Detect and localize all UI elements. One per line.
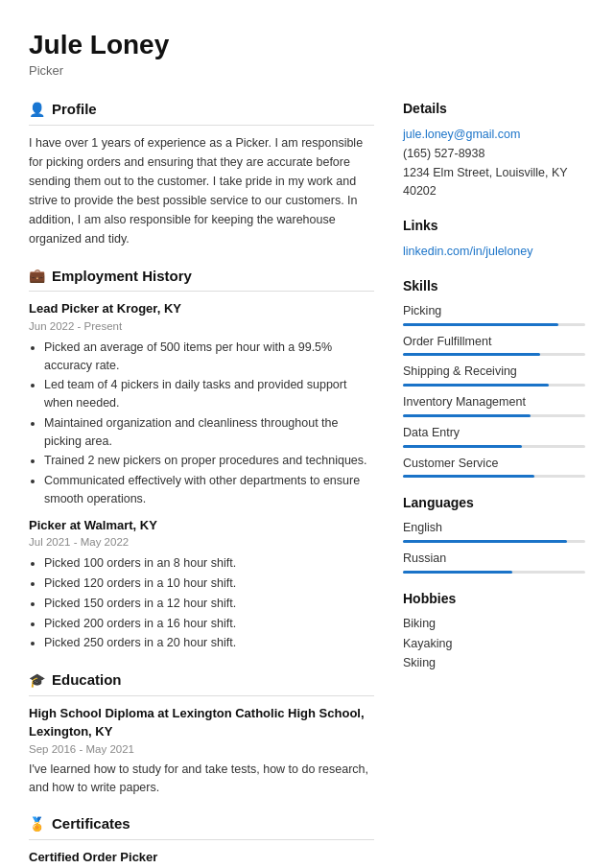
job-title: Lead Picker at Kroger, KY [29,299,374,318]
language-name: English [403,519,585,537]
detail-email[interactable]: jule.loney@gmail.com [403,128,520,141]
left-column: 👤 Profile I have over 1 years of experie… [29,99,374,868]
skill-bar-bg [403,445,585,448]
skill-bar-fill [403,445,522,448]
employment-section: 💼 Employment History Lead Picker at Krog… [29,266,374,653]
hobbies-list: BikingKayakingSkiing [403,615,585,672]
hobby-item: Biking [403,615,585,633]
skill-bar-fill [403,323,558,326]
job-bullets: Picked an average of 500 items per hour … [29,339,374,508]
job-bullets: Picked 100 orders in an 8 hour shift.Pic… [29,554,374,652]
links-section: Links linkedin.com/in/juleloney [403,216,585,261]
link-item[interactable]: linkedin.com/in/juleloney [403,245,533,258]
skill-item: Shipping & Receiving [403,363,585,387]
employment-title: 💼 Employment History [29,266,374,293]
languages-title: Languages [403,493,585,513]
edu-text: I've learned how to study for and take t… [29,761,374,797]
hobbies-section: Hobbies BikingKayakingSkiing [403,589,585,672]
profile-icon: 👤 [29,100,45,120]
details-title: Details [403,99,585,119]
list-item: Picked 120 orders in a 10 hour shift. [44,575,374,593]
cert-title: Certified Order Picker [29,848,374,867]
education-item: High School Diploma at Lexington Catholi… [29,704,374,797]
language-bar-bg [403,571,585,574]
detail-phone: (165) 527-8938 [403,147,484,160]
skill-bar-bg [403,475,585,478]
job-list: Lead Picker at Kroger, KYJun 2022 - Pres… [29,299,374,652]
skill-bar-fill [403,475,534,478]
education-icon: 🎓 [29,670,45,691]
profile-text: I have over 1 years of experience as a P… [29,133,374,248]
candidate-name: Jule Loney [29,29,585,61]
skill-bar-bg [403,323,585,326]
certificates-icon: 🏅 [29,814,45,834]
resume-page: Jule Loney Picker 👤 Profile I have over … [0,0,614,868]
skills-list: PickingOrder FulfillmentShipping & Recei… [403,302,585,479]
language-bar-fill [403,571,512,574]
skill-name: Customer Service [403,455,585,473]
links-title: Links [403,216,585,236]
education-section: 🎓 Education High School Diploma at Lexin… [29,669,374,796]
skill-item: Customer Service [403,455,585,479]
profile-section: 👤 Profile I have over 1 years of experie… [29,99,374,248]
list-item: Trained 2 new pickers on proper procedur… [44,452,374,470]
main-layout: 👤 Profile I have over 1 years of experie… [29,99,585,868]
languages-list: EnglishRussian [403,519,585,574]
skill-name: Order Fulfillment [403,333,585,351]
list-item: Picked 200 orders in a 16 hour shift. [44,615,374,633]
skill-bar-bg [403,384,585,387]
job-item: Picker at Walmart, KYJul 2021 - May 2022… [29,516,374,653]
language-bar-bg [403,540,585,543]
language-item: English [403,519,585,543]
skill-bar-fill [403,353,540,356]
job-title: Picker at Walmart, KY [29,516,374,535]
links-list: linkedin.com/in/juleloney [403,242,585,261]
skill-name: Inventory Management [403,393,585,411]
certificates-list: Certified Order PickerJan 2021Certified … [29,848,374,868]
skills-title: Skills [403,276,585,296]
list-item: Picked 100 orders in an 8 hour shift. [44,554,374,573]
candidate-title: Picker [29,61,585,81]
hobby-item: Skiing [403,654,585,672]
edu-title: High School Diploma at Lexington Catholi… [29,704,374,741]
skill-name: Data Entry [403,424,585,442]
skill-item: Inventory Management [403,393,585,417]
skills-section: Skills PickingOrder FulfillmentShipping … [403,276,585,479]
skill-bar-fill [403,414,531,417]
education-title: 🎓 Education [29,669,374,696]
edu-dates: Sep 2016 - May 2021 [29,741,374,758]
language-name: Russian [403,550,585,568]
profile-title: 👤 Profile [29,99,374,126]
list-item: Led team of 4 pickers in daily tasks and… [44,376,374,412]
skill-bar-fill [403,384,549,387]
detail-address: 1234 Elm Street, Louisville, KY 40202 [403,166,567,199]
skill-item: Picking [403,302,585,326]
hobby-item: Kayaking [403,635,585,653]
hobbies-title: Hobbies [403,589,585,609]
list-item: Picked 250 orders in a 20 hour shift. [44,634,374,652]
skill-name: Picking [403,302,585,320]
job-item: Lead Picker at Kroger, KYJun 2022 - Pres… [29,299,374,508]
job-dates: Jul 2021 - May 2022 [29,534,374,551]
languages-section: Languages EnglishRussian [403,493,585,574]
list-item: Picked an average of 500 items per hour … [44,339,374,375]
language-item: Russian [403,550,585,574]
job-dates: Jun 2022 - Present [29,318,374,335]
education-list: High School Diploma at Lexington Catholi… [29,704,374,797]
resume-header: Jule Loney Picker [29,29,585,80]
right-column: Details jule.loney@gmail.com (165) 527-8… [403,99,585,868]
list-item: Communicated effectively with other depa… [44,472,374,508]
skill-item: Data Entry [403,424,585,448]
list-item: Maintained organization and cleanliness … [44,414,374,451]
language-bar-fill [403,540,567,543]
employment-icon: 💼 [29,266,45,286]
skill-name: Shipping & Receiving [403,363,585,381]
skill-bar-bg [403,414,585,417]
details-section: Details jule.loney@gmail.com (165) 527-8… [403,99,585,200]
skill-item: Order Fulfillment [403,333,585,357]
list-item: Picked 150 orders in a 12 hour shift. [44,595,374,613]
skill-bar-bg [403,353,585,356]
certificates-section: 🏅 Certificates Certified Order PickerJan… [29,813,374,868]
certificates-title: 🏅 Certificates [29,813,374,840]
cert-item: Certified Order PickerJan 2021 [29,848,374,868]
